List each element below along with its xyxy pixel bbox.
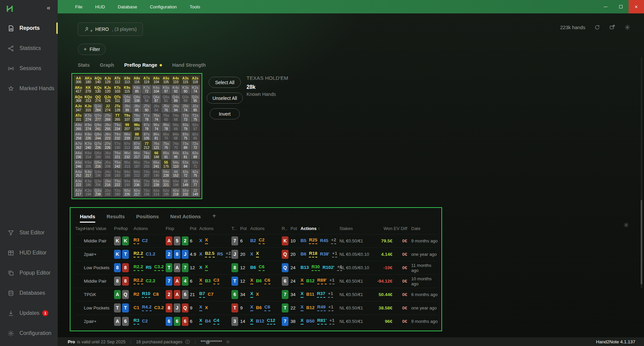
- col-ev-diff[interactable]: EV Diff: [392, 226, 407, 231]
- range-cell-94o[interactable]: 94o189: [122, 169, 132, 178]
- range-cell-52s[interactable]: 52s71: [191, 160, 200, 169]
- range-cell-T5s[interactable]: T5s60: [161, 113, 171, 122]
- select-all-button[interactable]: Select All: [209, 77, 241, 88]
- sidebar-item-reports[interactable]: Reports: [0, 21, 58, 36]
- purchased-packages[interactable]: 16 purchased packages: [136, 339, 182, 344]
- range-cell-J2o[interactable]: J2o192: [103, 188, 112, 197]
- range-cell-AQs[interactable]: AQs140: [93, 75, 103, 84]
- range-cell-33[interactable]: 33149: [181, 178, 190, 187]
- range-cell-96s[interactable]: 96s74: [152, 122, 161, 131]
- range-cell-52o[interactable]: 52o195: [161, 188, 171, 197]
- sidebar-item-configuration[interactable]: Configuration: [0, 326, 58, 341]
- range-cell-J4o[interactable]: J4o208: [103, 169, 112, 178]
- range-cell-84s[interactable]: 84s68: [171, 132, 180, 141]
- range-cell-AKo[interactable]: AKo417: [74, 85, 83, 94]
- close-button[interactable]: ✕: [629, 0, 644, 13]
- info-icon[interactable]: [185, 339, 190, 344]
- range-cell-77[interactable]: 77212: [142, 141, 151, 150]
- table-tab-positions[interactable]: Positions: [136, 214, 159, 223]
- col-river[interactable]: R..: [282, 226, 290, 231]
- hand-row[interactable]: Low Pockets88R2.2R5C3.2TA712XX812B6C6Q24…: [75, 261, 437, 274]
- col-pot-flop[interactable]: Pot: [190, 226, 199, 231]
- range-cell-J5s[interactable]: J5s76: [161, 104, 171, 113]
- col-turn[interactable]: T..: [231, 226, 240, 231]
- table-tab-results[interactable]: Results: [107, 214, 125, 223]
- range-cell-93o[interactable]: 93o193: [122, 178, 132, 187]
- range-cell-62o[interactable]: 62o214: [152, 188, 161, 197]
- range-cell-82s[interactable]: 82s65: [191, 132, 200, 141]
- col-flop-actions[interactable]: Actions: [199, 226, 231, 231]
- account-settings-icon[interactable]: [225, 339, 230, 344]
- range-cell-74s[interactable]: 74s70: [171, 141, 180, 150]
- range-cell-T9s[interactable]: T9s107: [122, 113, 132, 122]
- range-cell-JTo[interactable]: JTo269: [103, 113, 112, 122]
- range-cell-93s[interactable]: 93s79: [181, 122, 190, 131]
- range-cell-53s[interactable]: 53s84: [181, 160, 190, 169]
- range-cell-J3o[interactable]: J3o216: [103, 178, 112, 187]
- range-cell-K9s[interactable]: K9s115: [122, 85, 132, 94]
- hand-row[interactable]: Middle PairKKR3C2A526XX76B2C2K10B5R25R45…: [75, 234, 437, 247]
- range-cell-95o[interactable]: 95o213: [122, 160, 132, 169]
- range-cell-J2s[interactable]: J2s85: [191, 104, 200, 113]
- hand-row[interactable]: 2pair+A6R3C26666XB4C4314XB12C12738XB50R8…: [75, 314, 437, 328]
- col-preflop-cards[interactable]: Preflop: [114, 226, 133, 231]
- range-cell-T9o[interactable]: T9o234: [113, 122, 122, 131]
- range-cell-82o[interactable]: 82o217: [132, 188, 142, 197]
- range-cell-44[interactable]: 44152: [171, 169, 180, 178]
- range-cell-A7s[interactable]: A7s119: [142, 75, 151, 84]
- sidebar-item-databases[interactable]: Databases: [0, 286, 58, 300]
- range-cell-KJs[interactable]: KJs120: [103, 85, 112, 94]
- sidebar-item-stat-editor[interactable]: Stat Editor: [0, 225, 58, 240]
- minimize-button[interactable]: [598, 0, 613, 13]
- range-cell-99[interactable]: 99207: [122, 122, 132, 131]
- hand-row[interactable]: TPGKAQR2R10C82A621B7C7634XX734XB11R37+1N…: [75, 288, 437, 301]
- range-cell-74o[interactable]: 74o207: [142, 169, 151, 178]
- sidebar-item-updates[interactable]: Updates 1: [0, 306, 58, 321]
- range-cell-76s[interactable]: 76s121: [152, 141, 161, 150]
- table-tab-next-actions[interactable]: Next Actions: [170, 214, 201, 223]
- range-cell-Q3o[interactable]: Q3o206: [93, 178, 103, 187]
- unselect-all-button[interactable]: Unselect All: [207, 93, 243, 104]
- range-cell-K4o[interactable]: K4o217: [84, 169, 93, 178]
- range-cell-A7o[interactable]: A7o262: [74, 141, 83, 150]
- range-cell-Q9o[interactable]: Q9o241: [93, 122, 103, 131]
- menu-tools[interactable]: Tools: [190, 4, 200, 9]
- range-cell-K3s[interactable]: K3s90: [181, 85, 190, 94]
- range-cell-75s[interactable]: 75s75: [161, 141, 171, 150]
- range-cell-73o[interactable]: 73o202: [142, 178, 151, 187]
- range-cell-KQo[interactable]: KQo313: [84, 94, 93, 103]
- range-cell-97s[interactable]: 97s78: [142, 122, 151, 131]
- sidebar-item-statistics[interactable]: Statistics: [0, 41, 58, 56]
- range-cell-T8s[interactable]: T8s102: [132, 113, 142, 122]
- col-won[interactable]: Won: [372, 226, 392, 231]
- range-cell-K5s[interactable]: K5s97: [161, 85, 171, 94]
- range-cell-KTo[interactable]: KTo274: [84, 113, 93, 122]
- range-cell-85s[interactable]: 85s70: [161, 132, 171, 141]
- range-cell-KJo[interactable]: KJo315: [84, 104, 93, 113]
- range-cell-K2s[interactable]: K2s74: [191, 85, 200, 94]
- range-cell-JTs[interactable]: JTs128: [113, 104, 122, 113]
- range-cell-98o[interactable]: 98o239: [122, 132, 132, 141]
- range-cell-Q4s[interactable]: Q4s89: [171, 94, 180, 103]
- col-date[interactable]: Date: [407, 226, 438, 231]
- range-cell-54o[interactable]: 54o228: [161, 169, 171, 178]
- range-cell-86s[interactable]: 86s81: [152, 132, 161, 141]
- range-cell-43o[interactable]: 43o198: [171, 178, 180, 187]
- range-cell-J5o[interactable]: J5o208: [103, 160, 112, 169]
- col-stakes[interactable]: Stakes: [339, 226, 372, 231]
- range-cell-32o[interactable]: 32o232: [181, 188, 190, 197]
- range-cell-J9s[interactable]: J9s99: [122, 104, 132, 113]
- report-settings-icon[interactable]: [624, 24, 631, 31]
- range-cell-QTs[interactable]: QTs111: [113, 94, 122, 103]
- range-cell-T4s[interactable]: T4s68: [171, 113, 180, 122]
- range-cell-A9o[interactable]: A9o265: [74, 122, 83, 131]
- range-cell-T6s[interactable]: T6s74: [152, 113, 161, 122]
- range-cell-42o[interactable]: 42o218: [171, 188, 180, 197]
- range-cell-T6o[interactable]: T6o221: [113, 150, 122, 159]
- range-cell-75o[interactable]: 75o203: [142, 160, 151, 169]
- range-cell-T7s[interactable]: T7s78: [142, 113, 151, 122]
- table-settings-icon[interactable]: [623, 222, 629, 229]
- range-cell-Q2s[interactable]: Q2s95: [191, 94, 200, 103]
- collapse-sidebar-icon[interactable]: «: [47, 4, 50, 11]
- range-cell-QJo[interactable]: QJo284: [93, 104, 103, 113]
